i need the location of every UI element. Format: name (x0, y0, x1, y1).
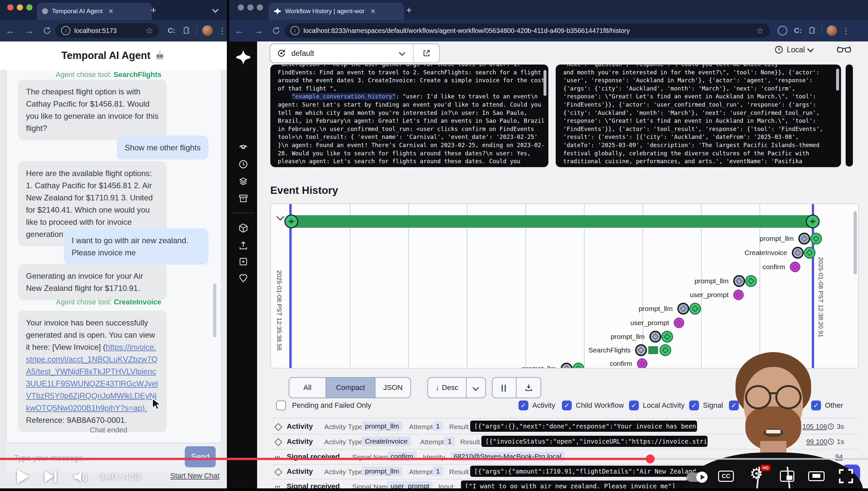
extension-1password-icon[interactable] (778, 26, 787, 35)
new-tab-button[interactable]: + (406, 5, 412, 16)
cube-icon[interactable] (229, 223, 257, 233)
workflows-icon[interactable] (229, 142, 257, 152)
menu-kebab-icon[interactable]: ⋮ (842, 26, 850, 36)
checkbox-checked-icon[interactable]: ✓ (519, 401, 528, 410)
address-bar[interactable]: i localhost:8233/namespaces/default/work… (284, 23, 770, 38)
profile-avatar[interactable] (827, 25, 837, 36)
agent-message: Generating an invoice for your Air New Z… (18, 264, 167, 300)
workflow-start-marker[interactable] (284, 214, 298, 228)
sidebar-divider (232, 212, 254, 213)
timeline-event[interactable]: prompt_llm (522, 363, 584, 369)
workflow-input-panel[interactable]: "description": "Help the user gather arg… (270, 64, 549, 167)
traffic-zoom[interactable] (257, 4, 263, 10)
subtitles-button[interactable]: CC (718, 470, 734, 482)
play-button[interactable] (17, 469, 29, 484)
traffic-minimize[interactable] (17, 4, 23, 10)
tab-close-icon[interactable]: × (108, 7, 113, 16)
open-in-new-icon[interactable] (422, 49, 431, 58)
extension-c-icon[interactable]: C: (794, 26, 802, 35)
timeline-event[interactable]: CreateInvoice (744, 247, 815, 259)
download-icon[interactable] (517, 378, 540, 398)
toolbar: ← → i localhost:5173 ☆ C: ⋮ (0, 20, 227, 41)
profile-avatar[interactable] (202, 25, 213, 36)
checkbox-checked-icon[interactable]: ✓ (562, 401, 572, 410)
forward-icon[interactable]: → (24, 25, 34, 36)
timeline-event[interactable]: user_prompt (690, 290, 744, 300)
theater-mode-button[interactable] (808, 471, 825, 481)
presenter-teeth (766, 430, 780, 433)
extensions-puzzle-icon[interactable] (808, 27, 816, 34)
site-info-icon[interactable]: i (290, 26, 300, 35)
volume-icon[interactable] (73, 470, 88, 484)
filter-activity[interactable]: ✓Activity (519, 401, 555, 410)
checkbox-checked-icon[interactable]: ✓ (629, 401, 639, 410)
import-icon[interactable] (229, 257, 257, 266)
stack-icon[interactable] (229, 176, 257, 186)
timeline-scrollbar[interactable] (854, 211, 857, 275)
timeline-event[interactable]: prompt_llm (611, 331, 673, 343)
invoice-link[interactable]: https://invoice.stripe.com/i/acct_1NBOLu… (26, 343, 158, 412)
archive-icon[interactable] (229, 194, 257, 203)
divider (413, 44, 414, 63)
extensions-puzzle-icon[interactable] (183, 27, 190, 34)
bookmark-star-icon[interactable]: ☆ (146, 26, 153, 36)
new-tab-button[interactable]: + (151, 5, 156, 16)
chat-scrollbar[interactable] (213, 283, 216, 337)
pause-button[interactable]: || (493, 378, 517, 398)
collapse-chevron-icon[interactable] (278, 214, 283, 221)
view-json-button[interactable]: JSON (375, 378, 410, 398)
window-gap (227, 0, 229, 491)
traffic-close[interactable] (238, 4, 244, 10)
namespace-picker[interactable]: default (270, 44, 440, 63)
pending-filter[interactable]: Pending and Failed Only (276, 401, 371, 410)
next-button[interactable] (45, 470, 57, 483)
filter-child-workflow[interactable]: ✓Child Workflow (562, 401, 624, 410)
site-info-icon[interactable]: i (61, 26, 70, 35)
fullscreen-button[interactable] (838, 469, 854, 484)
timeline-event[interactable]: prompt_llm (639, 303, 701, 315)
reload-icon[interactable] (272, 26, 280, 35)
timeline-event[interactable]: user_prompt (630, 318, 684, 328)
labs-glasses-icon[interactable] (837, 45, 851, 55)
panel-scrollbar[interactable] (544, 70, 547, 96)
workflow-end-marker[interactable] (806, 214, 820, 228)
filter-local-activity[interactable]: ✓Local Activity (629, 401, 685, 410)
workflow-state-panel[interactable]: 'next': 'question', 'response': \"Could … (556, 64, 841, 167)
browser-tab[interactable]: Temporal AI Agent × (37, 3, 152, 20)
tab-search-icon[interactable] (213, 7, 218, 13)
workflow-execution-bar[interactable] (290, 215, 813, 228)
forward-icon[interactable]: → (253, 25, 264, 36)
feedback-heart-icon[interactable] (229, 273, 257, 283)
tab-close-icon[interactable]: × (371, 7, 375, 16)
panel-scrollbar[interactable] (836, 69, 839, 90)
pending-checkbox[interactable] (276, 401, 286, 410)
traffic-close[interactable] (7, 4, 13, 10)
menu-kebab-icon[interactable]: ⋮ (218, 26, 226, 36)
upload-icon[interactable] (229, 240, 257, 250)
temporal-logo-icon[interactable] (236, 50, 251, 64)
sort-desc-button[interactable]: ↓Desc (428, 378, 467, 398)
video-playhead[interactable] (646, 455, 655, 463)
address-bar[interactable]: i localhost:5173 ☆ (55, 23, 159, 38)
sort-menu-button[interactable] (467, 378, 485, 398)
view-all-button[interactable]: All (289, 378, 326, 398)
schedules-icon[interactable] (229, 159, 257, 169)
miniplayer-button[interactable] (780, 470, 794, 482)
timezone-picker[interactable]: Local (774, 44, 813, 55)
view-compact-button[interactable]: Compact (326, 378, 375, 398)
reload-icon[interactable] (43, 26, 51, 35)
timeline-event[interactable]: prompt_llm (694, 275, 757, 287)
back-icon[interactable]: ← (5, 25, 15, 36)
agent-message-invoice: Your invoice has been successfully gener… (18, 311, 167, 432)
extension-c-icon[interactable]: C: (168, 26, 175, 35)
traffic-zoom[interactable] (26, 4, 33, 10)
back-icon[interactable]: ← (235, 25, 244, 36)
traffic-minimize[interactable] (247, 4, 253, 10)
timeline-event[interactable]: confirm (610, 358, 647, 369)
autoplay-toggle[interactable] (686, 472, 708, 482)
timeline-event[interactable]: SearchFlights (589, 344, 671, 356)
browser-tab[interactable]: Workflow History | agent-wor × (269, 3, 404, 20)
timeline-event[interactable]: confirm (763, 262, 800, 272)
bookmark-star-icon[interactable]: ☆ (756, 26, 764, 36)
timeline-event[interactable]: prompt_llm (760, 233, 822, 244)
